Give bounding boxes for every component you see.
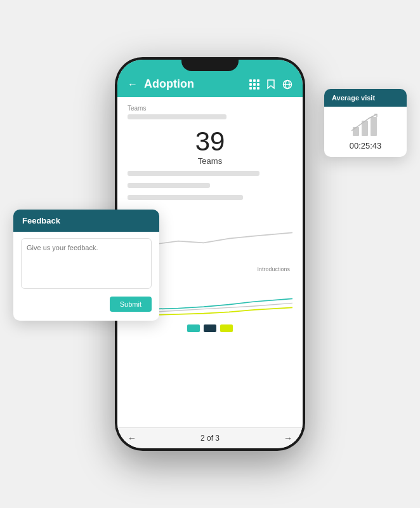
legend-teal	[187, 324, 200, 332]
legend-yellow	[220, 324, 233, 332]
bookmark-icon[interactable]	[267, 79, 275, 90]
back-button[interactable]: ←	[128, 79, 138, 90]
page-indicator: 2 of 3	[200, 434, 220, 443]
feedback-header: Feedback	[13, 210, 159, 232]
feedback-card: Feedback Submit	[13, 210, 159, 321]
feedback-body: Submit	[13, 232, 159, 321]
bottom-nav: ← 2 of 3 →	[117, 427, 303, 448]
stat-label: Teams	[128, 156, 292, 166]
feedback-input[interactable]	[21, 238, 152, 289]
teams-section-label: Teams	[128, 105, 292, 112]
svg-rect-5	[371, 117, 377, 136]
stat-number: 39	[128, 128, 292, 155]
globe-icon[interactable]	[282, 79, 292, 90]
teams-skeleton	[128, 114, 292, 123]
average-visit-body: 00:25:43	[324, 107, 407, 157]
scene: ← Adoption	[13, 13, 407, 495]
svg-rect-3	[353, 127, 359, 136]
feedback-submit-button[interactable]: Submit	[110, 297, 152, 312]
header-icons	[249, 79, 292, 90]
grid-icon[interactable]	[249, 79, 259, 90]
legend-dark	[204, 324, 216, 332]
chart-legend	[128, 324, 292, 332]
notch	[181, 57, 239, 71]
average-visit-header: Average visit	[324, 89, 407, 107]
content-skeleton	[128, 171, 292, 204]
next-button[interactable]: →	[284, 433, 292, 443]
page-title: Adoption	[144, 77, 243, 91]
bar-chart-icon	[351, 113, 379, 137]
stat-block: 39 Teams	[128, 128, 292, 166]
average-visit-card: Average visit 00:25:43	[324, 89, 407, 157]
prev-button[interactable]: ←	[128, 433, 136, 443]
average-time: 00:25:43	[332, 141, 399, 150]
